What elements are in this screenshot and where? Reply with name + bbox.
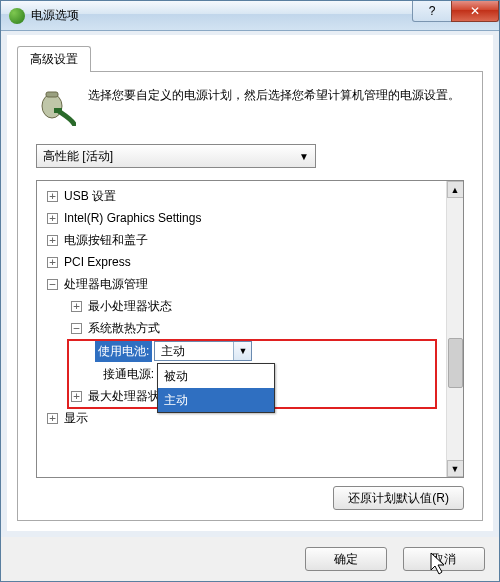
svg-rect-2 (54, 108, 62, 113)
tree-node-on-battery[interactable]: 使用电池: 主动 ▼ (37, 339, 446, 363)
power-icon (9, 8, 25, 24)
cancel-button[interactable]: 取消 (403, 547, 485, 571)
tree-node-usb[interactable]: +USB 设置 (37, 185, 446, 207)
ok-button[interactable]: 确定 (305, 547, 387, 571)
help-button[interactable]: ? (412, 1, 452, 22)
titlebar: 电源选项 ? ✕ (1, 1, 499, 31)
power-options-window: 电源选项 ? ✕ 高级设置 选择您要自定义的电源计划，然后选择您希望计算机管理的 (0, 0, 500, 582)
client-area: 高级设置 选择您要自定义的电源计划，然后选择您希望计算机管理的电源设置。 高性能… (1, 31, 499, 537)
dialog-footer: 确定 取消 (1, 537, 499, 581)
window-title: 电源选项 (31, 7, 413, 24)
expand-icon[interactable]: + (47, 235, 58, 246)
on-battery-label: 使用电池: (95, 340, 152, 362)
settings-tree: +USB 设置 +Intel(R) Graphics Settings +电源按… (36, 180, 464, 478)
tab-advanced-settings[interactable]: 高级设置 (17, 46, 91, 72)
power-plan-select[interactable]: 高性能 [活动] ▼ (36, 144, 316, 168)
chevron-down-icon[interactable]: ▼ (233, 342, 251, 360)
tree-scrollbar[interactable]: ▲ ▼ (446, 181, 463, 477)
tree-node-buttons-lid[interactable]: +电源按钮和盖子 (37, 229, 446, 251)
collapse-icon[interactable]: − (47, 279, 58, 290)
collapse-icon[interactable]: − (71, 323, 82, 334)
tree-node-cooling-policy[interactable]: −系统散热方式 (37, 317, 446, 339)
expand-icon[interactable]: + (71, 391, 82, 402)
tabstrip: 高级设置 (17, 45, 483, 71)
restore-defaults-button[interactable]: 还原计划默认值(R) (333, 486, 464, 510)
power-plan-value: 高性能 [活动] (43, 148, 113, 165)
expand-icon[interactable]: + (47, 257, 58, 268)
tab-page: 选择您要自定义的电源计划，然后选择您希望计算机管理的电源设置。 高性能 [活动]… (17, 71, 483, 521)
plugged-in-label: 接通电源: (95, 363, 154, 385)
svg-rect-1 (46, 92, 58, 97)
dropdown-option-passive[interactable]: 被动 (158, 364, 274, 388)
on-battery-combo[interactable]: 主动 ▼ (154, 341, 252, 361)
scroll-up-button[interactable]: ▲ (447, 181, 464, 198)
expand-icon[interactable]: + (47, 413, 58, 424)
intro-text: 选择您要自定义的电源计划，然后选择您希望计算机管理的电源设置。 (88, 86, 460, 126)
svg-point-0 (42, 94, 62, 118)
expand-icon[interactable]: + (47, 191, 58, 202)
tree-node-pci-express[interactable]: +PCI Express (37, 251, 446, 273)
scroll-thumb[interactable] (448, 338, 463, 388)
expand-icon[interactable]: + (47, 213, 58, 224)
tree-node-cpu-power[interactable]: −处理器电源管理 (37, 273, 446, 295)
tree-node-graphics[interactable]: +Intel(R) Graphics Settings (37, 207, 446, 229)
dropdown-option-active[interactable]: 主动 (158, 388, 274, 412)
expand-icon[interactable]: + (71, 301, 82, 312)
cooling-value-dropdown[interactable]: 被动 主动 (157, 363, 275, 413)
intro-row: 选择您要自定义的电源计划，然后选择您希望计算机管理的电源设置。 (36, 86, 464, 126)
close-button[interactable]: ✕ (451, 1, 499, 22)
tree-node-min-processor-state[interactable]: +最小处理器状态 (37, 295, 446, 317)
chevron-down-icon: ▼ (299, 151, 309, 162)
scroll-down-button[interactable]: ▼ (447, 460, 464, 477)
on-battery-value: 主动 (155, 342, 233, 360)
power-plan-icon (36, 86, 76, 126)
